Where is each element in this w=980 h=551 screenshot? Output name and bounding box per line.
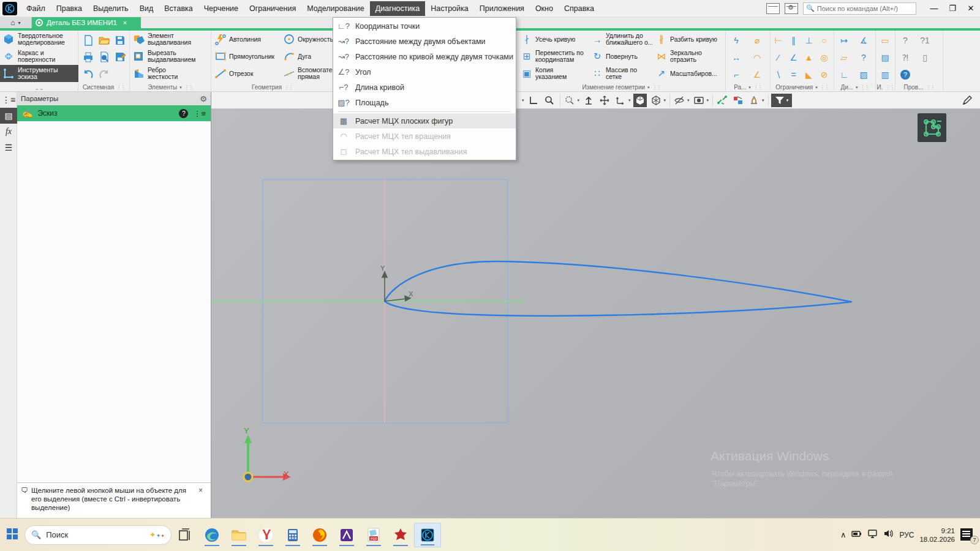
trim-curve-button[interactable]: ∤Усечь кривую [518, 31, 588, 48]
menu-modeling[interactable]: Моделирование [301, 1, 370, 16]
menu-view[interactable]: Вид [134, 1, 159, 16]
release-constraint-icon[interactable]: ⊘ [821, 70, 828, 80]
show-all-icon[interactable] [582, 94, 595, 107]
ortho-drawing-icon[interactable] [527, 94, 540, 107]
interface-settings-icon[interactable] [785, 3, 798, 14]
rotate-button[interactable]: ↻Повернуть [588, 48, 652, 65]
print-icon[interactable] [80, 48, 96, 65]
styles-pen-icon[interactable] [960, 94, 974, 107]
red-app-icon[interactable] [387, 523, 414, 547]
contour-icon[interactable]: ▭ [881, 36, 889, 45]
aux-line-button[interactable]: Вспомогатепрямая [280, 65, 334, 82]
hide-objects-icon[interactable] [673, 94, 686, 107]
display-mode-icon[interactable] [649, 94, 663, 107]
check-underline-icon[interactable]: ? [903, 36, 908, 45]
zoom-icon[interactable] [543, 94, 556, 107]
variables-icon[interactable] [731, 94, 745, 107]
menu-help[interactable]: Справка [559, 1, 600, 16]
zoom-area-icon[interactable] [563, 94, 576, 107]
image-quality-icon[interactable] [692, 94, 706, 107]
copy-by-point-button[interactable]: ▣Копияуказанием [518, 65, 588, 82]
menu-edit[interactable]: Правка [51, 1, 88, 16]
menu-item-area[interactable]: ▨?Площадь [333, 95, 516, 110]
vertical-constraint-icon[interactable]: ⊢ [774, 36, 782, 45]
area-measure-icon[interactable]: ▱ [841, 53, 848, 62]
menu-item-point-coordinates[interactable]: ∟?Координаты точки [333, 18, 516, 34]
check-box-icon[interactable]: ⁈ [902, 53, 908, 62]
help-icon[interactable]: ? [900, 70, 910, 80]
extend-button[interactable]: →Удлинить доближайшего о... [588, 31, 652, 48]
cut-extrude-button[interactable]: Вырезатьвыдавливанием [130, 48, 211, 65]
tray-expand-icon[interactable]: ∧ [840, 530, 846, 539]
kompas-taskbar-icon[interactable] [414, 523, 441, 547]
collapse-chevron-icon[interactable]: ⌄⌄ [0, 85, 78, 91]
preview-icon[interactable] [96, 48, 112, 65]
grid-array-button[interactable]: ∷Массив посетке [588, 65, 652, 82]
sketch-row[interactable]: ✍ Эскиз ? ⋮≡ [17, 105, 211, 121]
gear-icon[interactable]: ⚙ [200, 94, 207, 103]
sketch-mode-badge[interactable] [918, 113, 946, 142]
rib-button[interactable]: Реброжесткости [130, 65, 211, 82]
chevron-down-icon[interactable]: ▾ [664, 98, 666, 103]
diameter-dimension-icon[interactable]: ⌀ [755, 36, 760, 45]
pdf-app-icon[interactable]: PDF [360, 523, 387, 547]
menu-diagnostics[interactable]: Диагностика [370, 1, 425, 16]
menu-drafting[interactable]: Черчение [198, 1, 244, 16]
file-explorer-icon[interactable] [225, 523, 252, 547]
parallel-constraint-icon[interactable]: ∥ [791, 36, 796, 45]
menu-window[interactable]: Окно [530, 1, 559, 16]
layout-icon[interactable] [766, 3, 780, 14]
radial-dimension-icon[interactable]: ◠ [753, 53, 761, 62]
volume-icon[interactable] [883, 528, 894, 541]
battery-icon[interactable] [851, 528, 862, 541]
clock[interactable]: 9:21 18.02.2026 [919, 527, 955, 544]
symmetric-constraint-icon[interactable]: ∖ [775, 70, 781, 80]
collinear-constraint-icon[interactable]: ∕ [777, 53, 778, 62]
tree-icon[interactable]: ⋮≡ [193, 109, 206, 118]
menu-insert[interactable]: Вставка [159, 1, 198, 16]
menu-panel-icon[interactable]: ☰ [0, 140, 17, 156]
help-icon[interactable]: ? [179, 109, 188, 118]
calculator-icon[interactable] [279, 523, 306, 547]
hint-close-icon[interactable]: × [198, 486, 203, 518]
mode-wireframe-surfaces[interactable]: Каркас иповерхности [0, 48, 78, 65]
segment-button[interactable]: Отрезок [211, 65, 280, 82]
tab-close-icon[interactable]: × [123, 19, 127, 26]
distance-measure-icon[interactable]: ↦ [840, 36, 848, 45]
chevron-down-icon[interactable]: ▾ [762, 98, 764, 103]
linear-dimension-icon[interactable]: ↔ [732, 53, 741, 62]
save-icon[interactable] [112, 32, 128, 48]
home-button[interactable]: ⌂ ▾ [0, 17, 32, 28]
autoline-button[interactable]: Автолиния [211, 31, 280, 48]
menu-select[interactable]: Выделить [88, 1, 134, 16]
drawing-canvas[interactable]: Y X Y X Активация Windows Чтобы активиро… [211, 109, 980, 518]
chevron-down-icon[interactable]: ▾ [687, 98, 690, 103]
yandex-browser-icon[interactable] [252, 523, 279, 547]
equal-constraint-icon[interactable]: = [791, 70, 796, 80]
perpendicular-constraint-icon[interactable]: ⊥ [805, 36, 812, 45]
firefox-icon[interactable] [306, 523, 333, 547]
tangent-constraint-icon[interactable]: ○ [821, 36, 826, 45]
stamp-icon[interactable] [747, 94, 761, 107]
app-logo-icon[interactable] [2, 2, 17, 15]
open-document-icon[interactable] [96, 32, 112, 48]
menu-item-distance-two-objects[interactable]: ↝?Расстояние между двумя объектами [333, 34, 516, 49]
extrude-element-button[interactable]: Элементвыдавливания [130, 31, 211, 48]
point-coords-icon[interactable]: ∟ [840, 70, 848, 80]
taskbar-search[interactable]: 🔍 Поиск ✦✦✦ [24, 525, 172, 545]
hatch-icon[interactable]: ▤ [881, 53, 889, 62]
chevron-down-icon[interactable]: ▾ [578, 98, 580, 103]
network-icon[interactable] [867, 528, 878, 541]
command-search-input[interactable] [817, 5, 915, 12]
task-view-button[interactable] [172, 523, 198, 547]
tree-panel-icon[interactable]: ⋮≡ [0, 92, 17, 108]
delete-icon[interactable]: ▯ [922, 53, 927, 62]
airfoil-curve[interactable] [385, 261, 851, 316]
menu-constraints[interactable]: Ограничения [244, 1, 301, 16]
move-by-coords-button[interactable]: ⊞Переместить покоординатам [518, 48, 588, 65]
curve-length-icon[interactable]: ? [861, 53, 866, 62]
concentric-constraint-icon[interactable]: ◎ [820, 53, 827, 62]
menu-item-mcx-planar-figures[interactable]: ▦Расчет МЦХ плоских фигур [333, 113, 516, 129]
parameters-panel-icon[interactable]: ▤ [0, 108, 17, 124]
restore-button[interactable]: ❐ [943, 1, 962, 15]
